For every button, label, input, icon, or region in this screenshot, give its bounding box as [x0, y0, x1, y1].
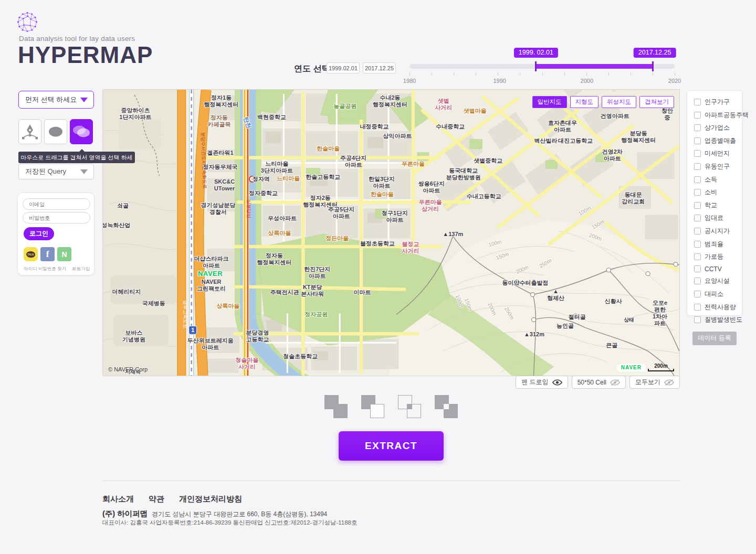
pen-tool-icon	[20, 121, 39, 142]
eye-off-icon	[610, 379, 620, 386]
layer-checkbox-row[interactable]: 학교	[694, 201, 742, 210]
slider-start-badge: 1999. 02.01	[514, 48, 558, 58]
checkbox-icon[interactable]	[694, 241, 701, 248]
layer-label: 요양시설	[705, 276, 730, 285]
checkbox-icon[interactable]	[694, 176, 701, 183]
footer-link[interactable]: 회사소개	[102, 494, 134, 504]
layer-checkbox-row[interactable]: 미세먼지	[694, 149, 742, 158]
checkbox-icon[interactable]	[694, 304, 701, 311]
layer-checkbox-row[interactable]: 임대료	[694, 214, 742, 222]
checkbox-icon[interactable]	[694, 228, 701, 235]
layer-checkbox-row[interactable]: 대피소	[694, 290, 742, 299]
axis-tick-label: 1980	[403, 78, 416, 84]
checkbox-icon[interactable]	[694, 112, 701, 119]
exclude-operation-icon[interactable]	[435, 395, 458, 418]
register-data-button[interactable]: 데이터 등록	[692, 332, 737, 345]
op-shape	[407, 404, 412, 409]
slider-end-handle[interactable]	[652, 61, 654, 71]
axis-minor-tick	[675, 72, 675, 76]
axis-minor-tick	[542, 72, 543, 76]
naver-login-icon[interactable]: N	[57, 247, 71, 261]
email-field[interactable]	[23, 198, 90, 210]
drag-hint-tooltip: 마우스로 드래그를 겹쳐서 영역을 선택 하세요	[18, 152, 135, 163]
map-type-button[interactable]: 위성지도	[602, 96, 636, 108]
checkbox-icon[interactable]	[694, 99, 701, 105]
checkbox-icon[interactable]	[694, 253, 701, 260]
overlay-toggle-off[interactable]: 모두보기	[629, 376, 680, 389]
layer-label: 유동인구	[705, 162, 730, 171]
pen-tool-button[interactable]	[18, 119, 41, 144]
layer-checkbox-row[interactable]: 가로등	[694, 252, 742, 261]
kakao-login-icon[interactable]: TALK	[24, 247, 38, 261]
map-terrain-left	[103, 90, 187, 376]
year-range-slider[interactable]: 1999. 02.01 2017.12.25 1980199020002020	[410, 64, 675, 69]
axis-minor-tick	[520, 72, 520, 76]
primary-select-dropdown[interactable]: 먼저 선택 하세요	[18, 91, 94, 109]
password-field[interactable]	[23, 212, 90, 223]
op-shape	[444, 404, 449, 409]
union-operation-icon[interactable]	[324, 395, 348, 418]
login-button[interactable]: 로그인	[24, 227, 54, 240]
extract-button[interactable]: EXTRACT	[339, 431, 444, 461]
layer-label: 소비	[705, 188, 717, 197]
map-type-button[interactable]: 겹쳐보기	[639, 96, 674, 108]
axis-minor-tick	[498, 72, 498, 76]
layer-checkbox-row[interactable]: CCTV	[694, 265, 742, 273]
facebook-login-icon[interactable]: f	[40, 247, 55, 261]
ellipse-tool-button[interactable]	[44, 119, 67, 144]
scale-text: 200m	[648, 363, 674, 369]
slider-start-handle[interactable]	[535, 61, 537, 71]
footer-link[interactable]: 개인정보처리방침	[179, 494, 242, 504]
layer-checkbox-row[interactable]: 전력사용량	[694, 303, 742, 312]
slider-selected-range[interactable]	[536, 64, 653, 69]
layer-checkbox-row[interactable]: 아파트공동주택	[694, 111, 742, 120]
overlay-toggle-off[interactable]: 50*50 Cell	[572, 376, 626, 389]
map-type-button[interactable]: 지형도	[570, 96, 599, 108]
axis-minor-tick	[410, 72, 410, 76]
layer-checkbox-row[interactable]: 소비	[694, 188, 742, 197]
checkbox-icon[interactable]	[694, 278, 701, 284]
overlay-toggle-on[interactable]: 펜 드로잉	[516, 376, 568, 389]
layer-checkbox-row[interactable]: 유동인구	[694, 162, 742, 171]
intersect-operation-icon[interactable]	[398, 395, 421, 418]
saved-query-dropdown[interactable]: 저장된 Query	[18, 164, 94, 179]
layer-checkbox-row[interactable]: 소득	[694, 175, 742, 184]
layer-checkbox-row[interactable]: 인구가구	[694, 98, 742, 106]
layer-label: 대피소	[705, 290, 723, 299]
checkbox-icon[interactable]	[694, 150, 701, 157]
selection-tools	[18, 119, 93, 144]
layer-checkbox-row[interactable]: 업종별매출	[694, 136, 742, 145]
axis-minor-tick	[476, 72, 476, 76]
end-date-input[interactable]	[363, 62, 396, 73]
checkbox-icon[interactable]	[694, 137, 701, 144]
axis-minor-tick	[586, 72, 587, 76]
chevron-down-icon	[80, 98, 88, 102]
layer-checkbox-row[interactable]: 상가업소	[694, 123, 742, 132]
layer-checkbox-row[interactable]: 요양시설	[694, 276, 742, 285]
layer-label: 임대료	[705, 214, 723, 222]
checkbox-icon[interactable]	[694, 189, 701, 196]
layer-checkbox-row[interactable]: 질병발생빈도	[694, 315, 742, 324]
checkbox-icon[interactable]	[694, 124, 701, 131]
footer-divider	[102, 481, 680, 481]
find-account-link[interactable]: 아이디 비밀번호 찾기	[24, 266, 66, 272]
layer-label: 인구가구	[705, 98, 730, 106]
signup-link[interactable]: 회원가입	[72, 266, 90, 272]
checkbox-icon[interactable]	[694, 215, 701, 221]
layer-checkbox-row[interactable]: 공시지가	[694, 227, 742, 236]
layer-label: CCTV	[705, 265, 722, 273]
layer-label: 전력사용량	[705, 303, 736, 312]
layer-checkbox-row[interactable]: 범죄율	[694, 240, 742, 249]
chevron-down-icon	[80, 169, 88, 174]
checkbox-icon[interactable]	[694, 202, 701, 209]
checkbox-icon[interactable]	[694, 291, 701, 297]
checkbox-icon[interactable]	[694, 265, 701, 272]
checkbox-icon[interactable]	[694, 163, 701, 170]
footer-link[interactable]: 약관	[149, 494, 164, 504]
start-date-input[interactable]	[327, 62, 360, 73]
map-type-button[interactable]: 일반지도	[532, 96, 567, 108]
map-viewport[interactable]: 1	[102, 89, 680, 376]
overlap-tool-button[interactable]	[70, 119, 93, 144]
subtract-operation-icon[interactable]	[361, 395, 384, 418]
checkbox-icon[interactable]	[694, 316, 701, 323]
